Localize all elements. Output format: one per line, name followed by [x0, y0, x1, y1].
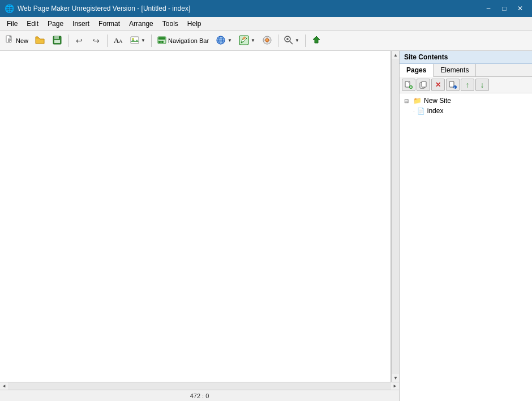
edit-icon [239, 35, 249, 46]
undo-button[interactable]: ↩ [71, 33, 87, 49]
redo-icon: ↪ [93, 36, 100, 45]
upload-button[interactable] [308, 33, 324, 49]
move-up-button[interactable]: ↑ [461, 79, 474, 91]
edit-button[interactable]: ▼ [236, 33, 258, 49]
tree-child-dot: · [413, 108, 415, 114]
image-icon [130, 36, 139, 45]
status-bar: 472 : 0 [0, 390, 399, 401]
maximize-button[interactable]: □ [497, 3, 512, 14]
svg-text:A: A [119, 38, 123, 44]
edit-dropdown-arrow: ▼ [251, 38, 255, 43]
scroll-track-v[interactable] [392, 59, 399, 374]
svg-rect-11 [158, 41, 161, 43]
svg-rect-2 [54, 36, 59, 39]
globe-icon [216, 35, 226, 46]
duplicate-page-button[interactable] [417, 79, 430, 91]
scroll-track-h[interactable] [8, 382, 391, 390]
text-button[interactable]: A A [110, 33, 126, 49]
menu-help[interactable]: Help [183, 17, 206, 30]
menu-insert[interactable]: Insert [68, 17, 94, 30]
site-tree: ⊟ 📁 New Site · 📄 index [400, 93, 532, 401]
separator-1 [68, 35, 68, 47]
menu-page[interactable]: Page [43, 17, 68, 30]
delete-icon: ✕ [435, 81, 441, 89]
upload-icon [311, 35, 321, 46]
add-page-button[interactable] [402, 79, 415, 91]
move-up-icon: ↑ [466, 80, 470, 89]
open-icon [35, 36, 45, 46]
separator-4 [278, 35, 278, 47]
undo-icon: ↩ [76, 36, 83, 45]
separator-3 [151, 35, 152, 47]
preview-icon [262, 36, 272, 46]
svg-rect-3 [54, 40, 60, 43]
scroll-down-arrow[interactable]: ▼ [392, 374, 399, 382]
close-button[interactable]: ✕ [513, 3, 527, 14]
svg-rect-4 [59, 37, 60, 38]
navbar-icon [157, 36, 166, 45]
menu-edit[interactable]: Edit [22, 17, 43, 30]
svg-rect-7 [131, 37, 139, 44]
text-icon: A A [113, 36, 123, 46]
folder-icon: 📁 [413, 97, 422, 105]
status-coords: 472 : 0 [2, 393, 397, 399]
tree-index[interactable]: · 📄 index [411, 106, 530, 116]
separator-5 [305, 35, 306, 47]
zoom-icon [284, 36, 293, 46]
svg-marker-26 [313, 36, 320, 43]
svg-rect-32 [422, 81, 426, 87]
vertical-scrollbar[interactable]: ▲ ▼ [391, 51, 399, 382]
zoom-button[interactable]: ▼ [281, 33, 302, 49]
title-bar-left: 🌐 Web Page Maker Unregistered Version - … [5, 4, 190, 13]
app-title: Web Page Maker Unregistered Version - [U… [18, 5, 190, 12]
tree-root[interactable]: ⊟ 📁 New Site [402, 96, 530, 106]
svg-rect-10 [158, 37, 165, 40]
minimize-button[interactable]: – [481, 3, 496, 14]
globe-dropdown-arrow: ▼ [228, 38, 232, 43]
site-panel-tabs: Pages Elements [400, 64, 532, 77]
bottom-area: ◄ ► 472 : 0 [0, 382, 399, 401]
move-down-button[interactable]: ↓ [475, 79, 489, 91]
image-button[interactable]: ▼ [127, 33, 148, 49]
menu-tools[interactable]: Tools [158, 17, 183, 30]
new-button[interactable]: New [2, 33, 31, 49]
page-icon: 📄 [417, 107, 425, 115]
svg-rect-27 [405, 81, 410, 87]
save-button[interactable] [49, 33, 65, 49]
page-properties-button[interactable]: i [446, 79, 460, 91]
title-bar: 🌐 Web Page Maker Unregistered Version - … [0, 0, 532, 17]
canvas[interactable] [0, 51, 391, 382]
tab-pages[interactable]: Pages [400, 64, 434, 77]
separator-2 [107, 35, 108, 47]
site-panel: Site Contents Pages Elements [399, 51, 532, 401]
menu-arrange[interactable]: Arrange [125, 17, 158, 30]
image-dropdown-arrow: ▼ [141, 38, 145, 43]
preview-button[interactable] [259, 33, 275, 49]
scroll-up-arrow[interactable]: ▲ [392, 51, 399, 59]
new-label: New [16, 37, 28, 44]
navbar-label: Navigation Bar [168, 37, 209, 44]
globe-button[interactable]: ▼ [213, 33, 235, 49]
menu-file[interactable]: File [2, 17, 22, 30]
svg-rect-33 [449, 81, 454, 87]
svg-point-21 [265, 38, 269, 42]
save-icon [53, 36, 62, 46]
tree-root-label: New Site [424, 97, 451, 105]
site-panel-title: Site Contents [400, 51, 532, 64]
horizontal-scrollbar[interactable]: ◄ ► [0, 382, 399, 390]
navbar-button[interactable]: Navigation Bar [155, 33, 212, 49]
scroll-right-arrow[interactable]: ► [391, 382, 399, 390]
app-icon: 🌐 [5, 4, 14, 13]
new-icon [5, 35, 14, 46]
main-area: ▲ ▼ ◄ ► 472 : 0 Site Contents Pages Elem… [0, 51, 532, 401]
open-button[interactable] [32, 33, 48, 49]
menu-format[interactable]: Format [94, 17, 125, 30]
delete-page-button[interactable]: ✕ [431, 79, 445, 91]
scroll-left-arrow[interactable]: ◄ [0, 382, 8, 390]
redo-button[interactable]: ↪ [88, 33, 104, 49]
tab-elements[interactable]: Elements [434, 64, 476, 76]
tree-child-label: index [427, 107, 444, 115]
svg-line-23 [290, 41, 293, 44]
expand-icon: ⊟ [404, 98, 411, 104]
canvas-container: ▲ ▼ ◄ ► 472 : 0 [0, 51, 399, 401]
